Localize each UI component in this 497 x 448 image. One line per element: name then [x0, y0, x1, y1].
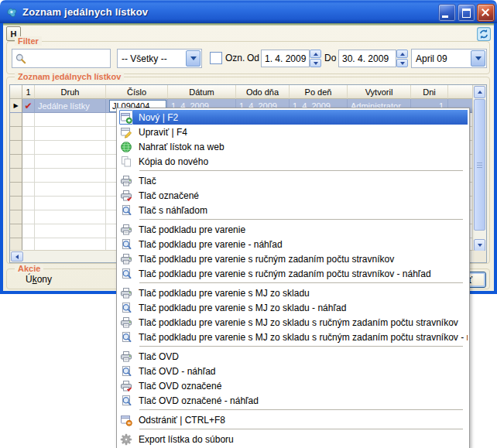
menu-item-odstranit[interactable]: Odstrániť | CTRL+F8: [118, 412, 468, 427]
to-date-spinner[interactable]: [396, 50, 408, 67]
globe-upload-icon: [119, 139, 133, 154]
print-preview-icon: [119, 364, 133, 378]
column-header-filler: [448, 85, 475, 99]
list-group-label: Zoznam jedálnych lístkov: [15, 72, 124, 81]
menu-item-nahrat-na-web[interactable]: Nahrať lístok na web: [118, 139, 468, 154]
spin-down-button[interactable]: [310, 59, 321, 67]
vertical-scroll-thumb[interactable]: [474, 99, 485, 231]
menu-item-podklad-rucne[interactable]: Tlač podkladu pre varenie s ručným zadan…: [118, 251, 468, 266]
print-preview-icon: [119, 393, 133, 408]
to-date-field[interactable]: [338, 50, 396, 67]
menu-item-upravit[interactable]: Upraviť | F4: [118, 125, 468, 139]
month-combo-value: April 09: [412, 53, 470, 64]
column-header-datum[interactable]: Dátum: [168, 85, 236, 99]
print-preview-icon: [119, 266, 133, 281]
menu-item-tlac[interactable]: Tlač: [118, 173, 468, 188]
column-header-odo-dna[interactable]: Odo dňa: [236, 85, 290, 99]
from-date-field[interactable]: [261, 50, 310, 67]
to-date-input[interactable]: [339, 53, 396, 65]
from-date-input[interactable]: [262, 53, 309, 65]
vertical-scrollbar[interactable]: [472, 85, 486, 252]
menu-item-podklad[interactable]: Tlač podkladu pre varenie: [118, 222, 468, 237]
spin-up-button[interactable]: [396, 50, 408, 58]
menu-separator: [139, 219, 463, 220]
print-preview-icon: [119, 300, 133, 315]
menu-separator: [139, 346, 463, 347]
arrow-left-icon: [15, 255, 19, 259]
menu-item-podklad-rucne-nahlad[interactable]: Tlač podkladu pre varenie s ručným zadan…: [118, 266, 468, 281]
printer-icon: [119, 173, 133, 188]
ukony-menu-label[interactable]: Úkony: [26, 274, 52, 285]
arrow-down-icon: [478, 244, 482, 247]
menu-separator: [139, 282, 463, 283]
row-selector-arrow-icon: ▶: [13, 102, 18, 109]
printer-marked-icon: [119, 188, 133, 203]
menu-item-podklad-mj[interactable]: Tlač podkladu pre varenie s MJ zo skladu: [118, 286, 468, 300]
from-date-spinner[interactable]: [310, 50, 321, 67]
column-header-check[interactable]: 1: [22, 85, 35, 99]
column-header-dni[interactable]: Dni: [411, 85, 448, 99]
refresh-button[interactable]: [477, 27, 491, 41]
screen: { "window": { "title": "Zoznam jedálnych…: [0, 0, 497, 448]
menu-separator: [139, 409, 463, 410]
menu-item-tlac-ovd[interactable]: Tlač OVD: [118, 349, 468, 364]
column-header-vytvoril[interactable]: Vytvoril: [348, 85, 411, 99]
form-delete-icon: [119, 412, 133, 427]
spin-down-button[interactable]: [396, 59, 408, 67]
menu-item-podklad-mj-rucne[interactable]: Tlač podkladu pre varenie s MJ zo skladu…: [118, 315, 468, 330]
menu-item-tlac-ovd-nahlad[interactable]: Tlač OVD - náhľad: [118, 364, 468, 378]
arrow-up-icon: [314, 53, 318, 56]
menu-item-kopia[interactable]: Kópia do nového: [118, 154, 468, 169]
close-button[interactable]: [477, 4, 495, 22]
maximize-icon: [462, 9, 471, 18]
menu-item-novy[interactable]: Nový | F2: [118, 110, 468, 125]
menu-separator: [139, 170, 463, 171]
menu-item-podklad-nahlad[interactable]: Tlač podkladu pre varenie - náhľad: [118, 237, 468, 251]
menu-item-tlac-ovd-oznacene-nahlad[interactable]: Tlač OVD označené - náhľad: [118, 393, 468, 408]
menu-separator: [139, 429, 463, 429]
print-preview-icon: [119, 330, 133, 344]
form-new-icon: [119, 110, 133, 125]
scroll-down-button[interactable]: [474, 239, 485, 251]
close-icon: [478, 5, 494, 21]
row-check-cell[interactable]: ✔: [22, 99, 35, 113]
scroll-left-button[interactable]: [11, 251, 23, 262]
menu-item-podklad-mj-rucne-nahlad[interactable]: Tlač podkladu pre varenie s MJ zo skladu…: [118, 330, 468, 344]
print-preview-icon: [119, 203, 133, 217]
search-box[interactable]: [12, 49, 111, 68]
mark-checkbox[interactable]: [210, 52, 222, 64]
form-edit-icon: [119, 125, 133, 139]
menu-item-tlac-nahlad[interactable]: Tlač s náhľadom: [118, 203, 468, 217]
type-combo-drop-button[interactable]: [186, 50, 201, 67]
printer-marked-icon: [119, 378, 133, 393]
menu-item-podklad-mj-nahlad[interactable]: Tlač podkladu pre varenie s MJ zo skladu…: [118, 300, 468, 315]
row-druh-cell[interactable]: Jedálne lístky: [35, 99, 106, 113]
minimize-icon: [442, 15, 448, 18]
month-combo[interactable]: April 09: [411, 49, 487, 68]
row-selector-cell: ▶: [10, 99, 22, 113]
type-combo-value: -- Všetky --: [118, 53, 185, 64]
title-bar[interactable]: Zoznam jedálnych lístkov: [0, 0, 497, 23]
menu-item-tlac-ovd-oznacene[interactable]: Tlač OVD označené: [118, 378, 468, 393]
to-label: Do: [324, 53, 336, 63]
scroll-up-button[interactable]: [474, 86, 485, 98]
month-combo-drop-button[interactable]: [471, 50, 485, 67]
minimize-button[interactable]: [438, 4, 456, 22]
column-header-po-den[interactable]: Po deň: [290, 85, 348, 99]
akcie-group-label: Akcie: [15, 264, 43, 273]
menu-item-tlac-oznacene[interactable]: Tlač označené: [118, 188, 468, 203]
menu-item-export[interactable]: Export lístka do súboru: [118, 432, 468, 446]
chevron-down-icon: [190, 56, 197, 60]
maximize-button[interactable]: [458, 4, 475, 22]
column-header-cislo[interactable]: Číslo: [106, 85, 168, 99]
arrow-down-icon: [314, 62, 318, 65]
context-menu: Nový | F2 Upraviť | F4 Nahrať lístok na …: [116, 108, 470, 448]
type-combo[interactable]: -- Všetky --: [117, 49, 202, 68]
chevron-down-icon: [475, 56, 482, 60]
gear-icon: [119, 432, 133, 446]
search-input[interactable]: [27, 53, 110, 65]
printer-icon: [119, 349, 133, 364]
column-header-druh[interactable]: Druh: [35, 85, 106, 99]
arrow-down-icon: [400, 62, 405, 65]
spin-up-button[interactable]: [310, 50, 321, 58]
